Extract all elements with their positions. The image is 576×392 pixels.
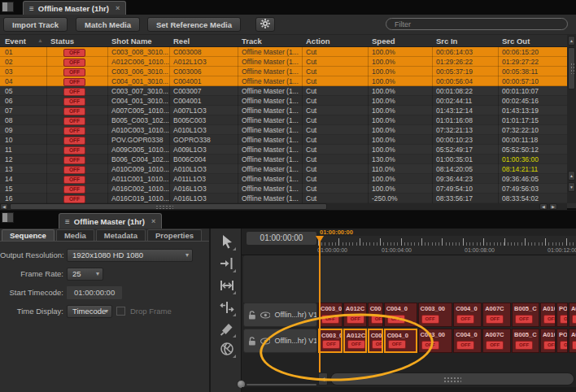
- column-header-event[interactable]: Event: [0, 35, 47, 47]
- tab-offline-master[interactable]: ≡ Offline Master (1hr) ×: [23, 1, 126, 15]
- table-row[interactable]: 01OFFC003_008_3010...C003008Offline Mast…: [0, 47, 567, 57]
- timeline-clip[interactable]: A009OFF: [569, 303, 576, 327]
- drop-frame-checkbox[interactable]: [116, 307, 125, 316]
- table-row[interactable]: 11OFFA009C005_1010...A009L1O3Offline Mas…: [0, 145, 567, 155]
- table-row[interactable]: 15OFFA016C002_1010...A016L1O3Offline Mas…: [0, 184, 567, 194]
- column-header-src-in[interactable]: Src In: [433, 35, 499, 47]
- cell: A016C002_1010...: [108, 184, 170, 194]
- column-header-reel[interactable]: Reel: [170, 35, 238, 47]
- table-row[interactable]: 08OFFB005_C003_102...B005C003Offline Mas…: [0, 115, 567, 125]
- timeline-clip[interactable]: C003_00OFF: [418, 303, 453, 327]
- timeline-clip[interactable]: C00OFF: [368, 329, 383, 353]
- table-row[interactable]: 14OFFA011C001_1010...A011L1O3Offline Mas…: [0, 174, 567, 184]
- slide-tool[interactable]: [216, 298, 237, 318]
- eye-icon[interactable]: [260, 311, 271, 319]
- timeline-clip[interactable]: B005_COFF: [512, 303, 539, 327]
- timeline-scroll-thumb[interactable]: [330, 372, 574, 385]
- timeline-clip[interactable]: A007COFF: [482, 303, 511, 327]
- column-header-shot-name[interactable]: Shot Name: [108, 35, 170, 47]
- timeline-clip[interactable]: C00OFF: [368, 303, 383, 327]
- column-header-speed[interactable]: Speed: [369, 35, 433, 47]
- match-media-button[interactable]: Match Media: [76, 17, 140, 32]
- start-timecode-field[interactable]: 01:00:00:00: [67, 286, 122, 299]
- column-header-status[interactable]: Status: [47, 35, 108, 47]
- lock-icon[interactable]: [248, 311, 256, 320]
- window-split-icon[interactable]: [2, 212, 14, 223]
- scroll-up-button[interactable]: ▲: [568, 36, 575, 46]
- table-row[interactable]: 07OFFA007C005_1010...A007L1O3Offline Mas…: [0, 106, 567, 115]
- filter-input[interactable]: [386, 18, 568, 30]
- table-row[interactable]: 05OFFC003_007_3010...C003007Offline Mast…: [0, 86, 567, 96]
- table-row[interactable]: 13OFFA010C009_1010...A010L1O3Offline Mas…: [0, 164, 567, 174]
- import-track-button[interactable]: Import Track: [3, 17, 68, 32]
- scroll-left-button[interactable]: ◀: [539, 203, 548, 210]
- sequence-inspector: SequenceMediaMetadataProperties Output R…: [0, 229, 211, 392]
- close-icon[interactable]: ×: [116, 4, 120, 12]
- match-tool[interactable]: [216, 340, 237, 359]
- scroll-left-button[interactable]: ◀: [318, 372, 328, 385]
- track-header[interactable]: Offlin...hr) V1: [243, 329, 317, 353]
- table-row[interactable]: 12OFFB006_C004_102...B006C004Offline Mas…: [0, 155, 567, 164]
- timeline-clip[interactable]: POVOFF: [556, 329, 568, 353]
- scroll-up-button[interactable]: ▲: [568, 171, 575, 181]
- column-header-src-out[interactable]: Src Out: [499, 35, 567, 47]
- column-header-track[interactable]: Track: [238, 35, 303, 47]
- timeline-horizontal-scrollbar[interactable]: ◀: [318, 372, 574, 386]
- track-header[interactable]: Offlin...hr) V1: [243, 303, 317, 327]
- timeline-clip[interactable]: A010OFF: [540, 329, 556, 353]
- close-icon[interactable]: ×: [151, 217, 155, 225]
- timeline-clip[interactable]: POVOFF: [556, 303, 568, 327]
- timeline-clip[interactable]: A009OFF: [569, 329, 576, 353]
- timeline-clip[interactable]: A010OFF: [540, 303, 556, 327]
- scroll-left-button[interactable]: ◀: [0, 203, 8, 210]
- timeline-clip[interactable]: C003_00OFF: [318, 303, 343, 327]
- timeline-clip[interactable]: C003_00OFF: [418, 329, 453, 353]
- scroll-down-button[interactable]: ▼: [568, 182, 575, 192]
- tab-metadata[interactable]: Metadata: [96, 229, 146, 241]
- set-reference-media-button[interactable]: Set Reference Media: [147, 17, 241, 32]
- insert-tool[interactable]: [216, 255, 237, 274]
- timeline-clip[interactable]: A007COFF: [482, 329, 511, 353]
- tab-media[interactable]: Media: [56, 229, 94, 241]
- select-tool[interactable]: [216, 233, 237, 252]
- scroll-right-button[interactable]: ▶: [549, 203, 557, 210]
- eye-icon[interactable]: [260, 338, 271, 345]
- table-row[interactable]: 04OFFC004_001_3010...C004001Offline Mast…: [0, 76, 567, 86]
- table-row[interactable]: 16OFFA016C019_1010...A016L1O3Offline Mas…: [0, 194, 567, 203]
- trim-tool[interactable]: [216, 277, 237, 296]
- tab-offline-master-sequence[interactable]: ≡ Offline Master (1hr) ×: [59, 213, 162, 229]
- timeline-ruler[interactable]: 01:00:00:0001:00:04:0001:00:08:0001:00:1…: [318, 236, 576, 255]
- timeline-clip[interactable]: C004_0OFF: [453, 329, 482, 353]
- frame-rate-dropdown[interactable]: 25 ▾: [67, 268, 103, 281]
- window-split-icon[interactable]: [2, 2, 14, 12]
- lock-icon[interactable]: [248, 337, 256, 346]
- drop-frame-label: Drop Frame: [130, 305, 172, 318]
- timeline-clip[interactable]: A012COFF: [343, 329, 367, 353]
- tab-sequence[interactable]: Sequence: [2, 229, 55, 241]
- razor-tool[interactable]: [216, 320, 237, 339]
- table-row[interactable]: 10OFFPOV.GOPR0338GOPRO338Offline Master …: [0, 135, 567, 145]
- playhead[interactable]: [319, 236, 321, 372]
- output-resolution-dropdown[interactable]: 1920x1080 HD 1080 ▾: [67, 249, 193, 262]
- horizontal-scroll-thumb[interactable]: [10, 203, 327, 210]
- tab-properties[interactable]: Properties: [147, 229, 202, 241]
- table-row[interactable]: 03OFFC003_006_3010...C003006Offline Mast…: [0, 67, 567, 76]
- timeline-clip[interactable]: C004_0OFF: [384, 329, 417, 353]
- table-row[interactable]: 02OFFA012C006_1010...A012L1O3Offline Mas…: [0, 57, 567, 67]
- table-row[interactable]: 06OFFC004_001_3010...C004001Offline Mast…: [0, 96, 567, 106]
- timeline-clip[interactable]: A012COFF: [343, 303, 367, 327]
- column-header-action[interactable]: Action: [303, 35, 369, 47]
- table-horizontal-scrollbar[interactable]: ◀ ◀ ▶: [0, 203, 567, 210]
- table-vertical-scrollbar[interactable]: ▲ ▲ ▼: [567, 35, 576, 203]
- timeline-clip[interactable]: C003_00OFF: [318, 329, 343, 353]
- current-timecode-field[interactable]: 01:00:00:00: [247, 232, 316, 245]
- clip-label: C004_0: [385, 303, 417, 312]
- time-display-dropdown[interactable]: Timecode ▾: [67, 305, 112, 318]
- timeline-clip[interactable]: C004_0OFF: [384, 303, 417, 327]
- settings-gear-button[interactable]: [255, 17, 275, 32]
- timeline-clip[interactable]: B005_COFF: [512, 329, 539, 353]
- vertical-scroll-thumb[interactable]: [568, 47, 575, 89]
- clip-label: C003_00: [419, 303, 452, 312]
- table-row[interactable]: 09OFFA010C003_1010...A010L1O3Offline Mas…: [0, 125, 567, 135]
- timeline-clip[interactable]: C004_0OFF: [453, 303, 482, 327]
